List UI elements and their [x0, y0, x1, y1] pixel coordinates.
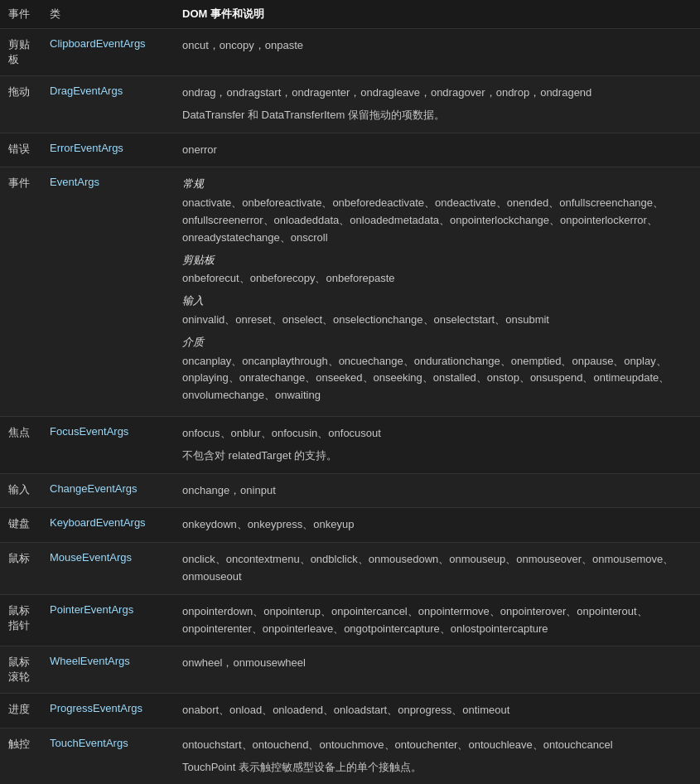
description-cell: onchange，oninput	[174, 473, 700, 508]
class-cell: TouchEventArgs	[41, 728, 174, 784]
description-text: oncut，oncopy，onpaste	[182, 39, 303, 51]
description-text: onclick、oncontextmenu、ondblclick、onmouse…	[182, 553, 673, 583]
description-text: ondrag，ondragstart，ondragenter，ondraglea…	[182, 86, 591, 99]
description-cell: onpointerdown、onpointerup、onpointercance…	[174, 594, 700, 646]
description-cell: onerror	[174, 133, 700, 167]
table-row: 输入ChangeEventArgsonchange，oninput	[0, 473, 700, 508]
class-cell: FocusEventArgs	[41, 416, 174, 473]
note-text: DataTransfer 和 DataTransferItem 保留拖动的项数据…	[182, 107, 692, 124]
table-row: 焦点FocusEventArgsonfocus、onblur、onfocusin…	[0, 416, 700, 473]
event-cell: 错误	[0, 133, 41, 167]
class-cell: WheelEventArgs	[41, 646, 174, 694]
description-cell: 常规onactivate、onbeforeactivate、onbeforede…	[174, 167, 700, 417]
description-text: onwheel，onmousewheel	[182, 656, 306, 669]
event-cell: 焦点	[0, 416, 41, 473]
description-cell: onwheel，onmousewheel	[174, 646, 700, 694]
class-cell: MouseEventArgs	[41, 543, 174, 595]
table-row: 事件EventArgs常规onactivate、onbeforeactivate…	[0, 167, 700, 417]
description-cell: onabort、onload、onloadend、onloadstart、onp…	[174, 694, 700, 728]
event-cell: 触控	[0, 728, 41, 784]
description-text: onkeydown、onkeypress、onkeyup	[182, 518, 354, 530]
class-cell: ErrorEventArgs	[41, 133, 174, 167]
description-text: onabort、onload、onloadend、onloadstart、onp…	[182, 704, 509, 716]
table-row: 进度ProgressEventArgsonabort、onload、onload…	[0, 694, 700, 728]
category-content: onbeforecut、onbeforecopy、onbeforepaste	[182, 270, 692, 288]
description-text: ontouchstart、ontouchend、ontouchmove、onto…	[182, 738, 613, 751]
class-cell: ProgressEventArgs	[41, 694, 174, 728]
event-cell: 剪贴 板	[0, 29, 41, 76]
note-text: 不包含对 relatedTarget 的支持。	[182, 448, 692, 465]
description-text: onerror	[182, 143, 217, 156]
event-cell: 键盘	[0, 508, 41, 543]
events-table: 事件 类 DOM 事件和说明 剪贴 板ClipboardEventArgsonc…	[0, 0, 700, 784]
class-cell: ChangeEventArgs	[41, 473, 174, 508]
note-text: TouchPoint 表示触控敏感型设备上的单个接触点。	[182, 759, 692, 777]
description-cell: ondrag，ondragstart，ondragenter，ondraglea…	[174, 76, 700, 133]
table-row: 错误ErrorEventArgsonerror	[0, 133, 700, 167]
header-event: 事件	[0, 0, 41, 29]
table-row: 剪贴 板ClipboardEventArgsoncut，oncopy，onpas…	[0, 29, 700, 76]
table-row: 键盘KeyboardEventArgsonkeydown、onkeypress、…	[0, 508, 700, 543]
header-class: 类	[41, 0, 174, 29]
description-cell: ontouchstart、ontouchend、ontouchmove、onto…	[174, 728, 700, 784]
table-row: 拖动DragEventArgsondrag，ondragstart，ondrag…	[0, 76, 700, 133]
event-cell: 事件	[0, 167, 41, 417]
description-cell: onkeydown、onkeypress、onkeyup	[174, 508, 700, 543]
class-cell: DragEventArgs	[41, 76, 174, 133]
description-text: onchange，oninput	[182, 484, 276, 496]
description-cell: onclick、oncontextmenu、ondblclick、onmouse…	[174, 543, 700, 595]
category-content: oncanplay、oncanplaythrough、oncuechange、o…	[182, 353, 692, 404]
category-content: oninvalid、onreset、onselect、onselectionch…	[182, 312, 692, 329]
header-description: DOM 事件和说明	[174, 0, 700, 29]
table-row: 鼠标 滚轮WheelEventArgsonwheel，onmousewheel	[0, 646, 700, 694]
class-cell: KeyboardEventArgs	[41, 508, 174, 543]
description-text: onfocus、onblur、onfocusin、onfocusout	[182, 427, 381, 439]
description-cell: onfocus、onblur、onfocusin、onfocusout不包含对 …	[174, 416, 700, 473]
category-label: 输入	[182, 293, 692, 310]
table-row: 触控TouchEventArgsontouchstart、ontouchend、…	[0, 728, 700, 784]
event-cell: 拖动	[0, 76, 41, 133]
event-cell: 进度	[0, 694, 41, 728]
table-row: 鼠标 指针PointerEventArgsonpointerdown、onpoi…	[0, 594, 700, 646]
class-cell: PointerEventArgs	[41, 594, 174, 646]
description-cell: oncut，oncopy，onpaste	[174, 29, 700, 76]
description-text: onpointerdown、onpointerup、onpointercance…	[182, 605, 648, 635]
event-cell: 鼠标	[0, 543, 41, 595]
table-header-row: 事件 类 DOM 事件和说明	[0, 0, 700, 29]
event-cell: 输入	[0, 473, 41, 508]
category-content: onactivate、onbeforeactivate、onbeforedeac…	[182, 195, 692, 246]
event-cell: 鼠标 滚轮	[0, 646, 41, 694]
table-row: 鼠标MouseEventArgsonclick、oncontextmenu、on…	[0, 543, 700, 595]
class-cell: EventArgs	[41, 167, 174, 417]
category-label: 常规	[182, 176, 692, 193]
category-label: 剪贴板	[182, 252, 692, 269]
class-cell: ClipboardEventArgs	[41, 29, 174, 76]
category-label: 介质	[182, 334, 692, 351]
event-cell: 鼠标 指针	[0, 594, 41, 646]
